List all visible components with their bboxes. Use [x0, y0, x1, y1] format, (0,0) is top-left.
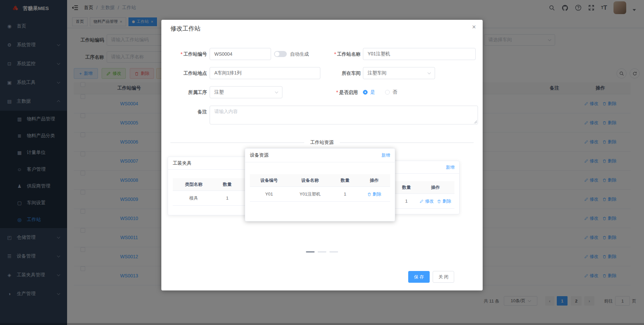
card-column-header: 设备名称 [288, 177, 331, 183]
card-column-header: 操作 [417, 184, 454, 191]
process-field-label: 所属工序 [163, 86, 207, 98]
fixture-card-title: 工装夹具 [173, 160, 192, 166]
carousel-indicator[interactable] [329, 251, 338, 253]
right-ops-cell: 修改删除 [417, 198, 454, 204]
radio-icon [363, 90, 368, 95]
card-column-header: 数量 [396, 184, 417, 191]
carousel-indicator[interactable] [318, 251, 326, 253]
device-name-cell: Y01注塑机 [288, 191, 331, 197]
card-column-header: 操作 [358, 177, 390, 183]
card-delete-link[interactable]: 删除 [437, 198, 451, 204]
device-card-title: 设备资源 [250, 152, 269, 158]
resize-handle-icon[interactable] [474, 120, 477, 123]
card-column-header: 数量 [332, 177, 359, 183]
resources-divider: 工作站资源 [170, 140, 474, 146]
trash-icon [437, 199, 441, 203]
device-ops-cell: 删除 [358, 191, 390, 197]
card-edit-link[interactable]: 修改 [420, 198, 434, 204]
card-table-row: 设备编号设备名称数量操作 [250, 174, 390, 187]
radio-yes[interactable]: 是 [363, 89, 375, 95]
device-add-link[interactable]: 新增 [381, 152, 390, 158]
fixture-type-cell: 模具 [173, 195, 215, 201]
dialog-close-button[interactable]: 关 闭 [433, 271, 454, 283]
carousel-indicators [161, 251, 483, 253]
radio-icon [385, 90, 390, 95]
carousel-indicator[interactable] [306, 251, 315, 253]
code-field-label: *工作站编号 [163, 48, 207, 60]
device-card: 设备资源 新增 设备编号设备名称数量操作Y01Y01注塑机1删除 [245, 148, 395, 221]
card-column-header: 数量 [215, 181, 240, 187]
code-input[interactable]: WS0004 [210, 48, 271, 60]
location-field-label: 工作站地点 [163, 67, 207, 79]
pencil-icon [420, 199, 424, 203]
right-qty-cell: 1 [396, 199, 417, 204]
save-button[interactable]: 保 存 [408, 271, 430, 283]
card-column-header: 类型名称 [173, 181, 215, 187]
note-field-label: 备注 [163, 106, 207, 118]
edit-workstation-dialog: 修改工作站 × *工作站编号 WS0004 自动生成 *工作站名称 Y01注塑机… [161, 20, 483, 290]
card-column-header: 设备编号 [250, 177, 288, 183]
device-qty-cell: 1 [332, 192, 359, 197]
workshop-select[interactable]: 注塑车间 [363, 67, 435, 79]
chevron-down-icon [275, 90, 278, 94]
trash-icon [367, 192, 371, 196]
dialog-title: 修改工作站 [170, 24, 201, 33]
location-input[interactable]: A车间1排1列 [210, 67, 320, 79]
device-code-cell: Y01 [250, 192, 288, 197]
name-field-label: *工作站名称 [317, 48, 361, 60]
chevron-down-icon [428, 71, 431, 74]
enabled-field-label: *是否启用 [314, 86, 358, 98]
horizontal-scrollbar[interactable] [0, 323, 644, 325]
fixture-qty-cell: 1 [215, 196, 240, 201]
card-table-row: Y01Y01注塑机1删除 [250, 187, 390, 202]
resources-section-title: 工作站资源 [304, 140, 340, 146]
name-input[interactable]: Y01注塑机 [363, 48, 476, 60]
note-textarea[interactable]: 请输入内容 [210, 106, 478, 124]
close-icon[interactable]: × [472, 23, 476, 31]
auto-generate-toggle[interactable] [274, 51, 287, 57]
auto-generate-label: 自动生成 [290, 48, 309, 60]
card-delete-link[interactable]: 删除 [367, 191, 381, 197]
right-card-add-link[interactable]: 新增 [446, 164, 454, 170]
workshop-field-label: 所在车间 [317, 67, 361, 79]
process-select[interactable]: 注塑 [210, 86, 282, 98]
enabled-radio-group: 是 否 [363, 86, 397, 98]
radio-no[interactable]: 否 [385, 89, 397, 95]
